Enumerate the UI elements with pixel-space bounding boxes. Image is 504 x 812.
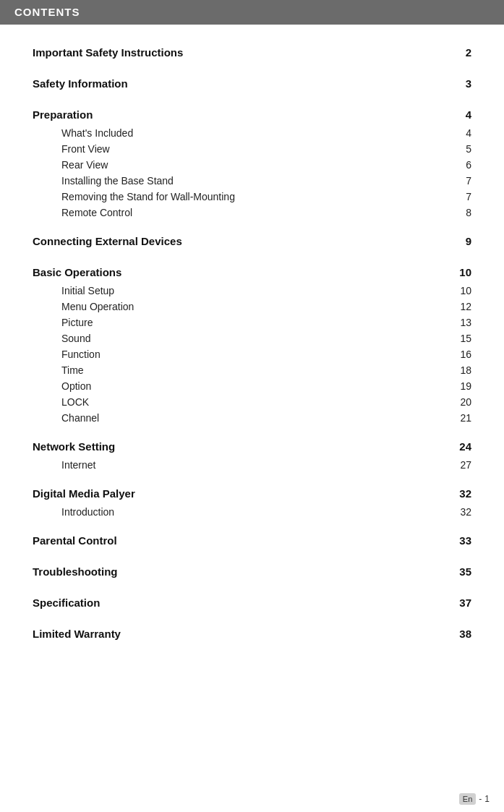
toc-sub-entry: Sound15 (33, 330, 471, 346)
toc-main-title: Network Setting (33, 440, 115, 453)
toc-section: Troubleshooting35 (33, 558, 471, 582)
toc-main-title: Specification (33, 597, 100, 609)
toc-main-title: Safety Information (33, 77, 128, 90)
toc-main-page: 10 (450, 266, 471, 278)
toc-sub-entry: Installing the Base Stand7 (33, 173, 471, 189)
toc-sub-entry: Option19 (33, 378, 471, 394)
toc-main-page: 35 (450, 565, 471, 578)
toc-sub-page: 7 (450, 191, 471, 202)
toc-main-title: Preparation (33, 108, 93, 121)
toc-sub-entry: Time18 (33, 362, 471, 378)
toc-main-title: Troubleshooting (33, 565, 118, 578)
toc-sub-page: 18 (450, 364, 471, 376)
header-bar: CONTENTS (0, 0, 504, 25)
toc-section: Limited Warranty38 (33, 620, 471, 644)
toc-sub-entry: Channel21 (33, 410, 471, 426)
toc-sub-entry: Internet27 (33, 457, 471, 473)
toc-sub-entry: Rear View6 (33, 157, 471, 173)
toc-sub-page: 4 (450, 127, 471, 139)
toc-sub-page: 8 (450, 207, 471, 218)
toc-sub-title: What's Included (61, 127, 133, 139)
footer: En - 1 (459, 793, 490, 805)
toc-sub-title: Picture (61, 317, 93, 328)
toc-sub-page: 15 (450, 333, 471, 344)
toc-section: Preparation4What's Included4Front View5R… (33, 101, 471, 221)
toc-sub-page: 16 (450, 349, 471, 360)
toc-sub-page: 7 (450, 175, 471, 187)
toc-main-page: 32 (450, 487, 471, 500)
toc-sub-entry: Removing the Stand for Wall-Mounting7 (33, 189, 471, 205)
toc-sub-entry: Introduction32 (33, 504, 471, 520)
toc-main-page: 38 (450, 628, 471, 640)
toc-sub-page: 27 (450, 459, 471, 471)
toc-section: Parental Control33 (33, 527, 471, 551)
toc-section: Safety Information3 (33, 70, 471, 94)
toc-sub-title: Internet (61, 459, 95, 471)
toc-main-page: 24 (450, 440, 471, 453)
toc-main-title: Limited Warranty (33, 628, 121, 640)
toc-sub-page: 6 (450, 159, 471, 171)
toc-main-entry: Limited Warranty38 (33, 620, 471, 644)
toc-main-title: Digital Media Palyer (33, 487, 135, 500)
footer-page: 1 (484, 794, 490, 804)
toc-main-entry: Parental Control33 (33, 527, 471, 551)
toc-main-entry: Important Safety Instructions2 (33, 39, 471, 63)
lang-badge: En (459, 793, 476, 805)
toc-main-entry: Specification37 (33, 589, 471, 613)
toc-sub-page: 20 (450, 396, 471, 408)
toc-sub-entry: What's Included4 (33, 125, 471, 141)
toc-sub-title: Channel (61, 412, 99, 424)
toc-section: Network Setting24Internet27 (33, 433, 471, 473)
toc-sub-title: Installing the Base Stand (61, 175, 174, 187)
toc-main-entry: Safety Information3 (33, 70, 471, 94)
toc-sub-page: 10 (450, 285, 471, 296)
toc-main-page: 2 (450, 46, 471, 59)
toc-main-title: Important Safety Instructions (33, 46, 183, 59)
toc-main-page: 3 (450, 77, 471, 90)
toc-main-page: 4 (450, 108, 471, 121)
toc-main-entry: Basic Operations10 (33, 259, 471, 283)
toc-main-title: Basic Operations (33, 266, 121, 278)
toc-sub-title: Time (61, 364, 84, 376)
toc-sub-page: 5 (450, 143, 471, 155)
header-title: CONTENTS (14, 6, 80, 18)
toc-main-entry: Digital Media Palyer32 (33, 480, 471, 504)
toc-sub-entry: Picture13 (33, 315, 471, 330)
toc-section: Connecting External Devices9 (33, 228, 471, 252)
toc-sub-title: Menu Operation (61, 301, 134, 312)
toc-sub-title: Function (61, 349, 101, 360)
toc-sub-page: 13 (450, 317, 471, 328)
toc-sub-entry: Function16 (33, 346, 471, 362)
toc-sub-title: Front View (61, 143, 110, 155)
toc-sub-page: 21 (450, 412, 471, 424)
toc-main-page: 9 (450, 235, 471, 247)
footer-separator: - (479, 794, 482, 804)
toc-section: Digital Media Palyer32Introduction32 (33, 480, 471, 520)
toc-main-entry: Network Setting24 (33, 433, 471, 457)
toc-sub-title: Option (61, 380, 91, 392)
toc-sub-title: Removing the Stand for Wall-Mounting (61, 191, 235, 202)
toc-sub-page: 12 (450, 301, 471, 312)
toc-main-title: Connecting External Devices (33, 235, 182, 247)
toc-sub-entry: Menu Operation12 (33, 299, 471, 315)
toc-section: Specification37 (33, 589, 471, 613)
toc-main-page: 33 (450, 534, 471, 547)
toc-sub-entry: Front View5 (33, 141, 471, 157)
toc-sub-page: 32 (450, 506, 471, 518)
content-area: Important Safety Instructions2Safety Inf… (0, 25, 504, 695)
toc-section: Important Safety Instructions2 (33, 39, 471, 63)
toc-sub-title: Initial Setup (61, 285, 114, 296)
toc-main-entry: Preparation4 (33, 101, 471, 125)
toc-sub-title: Sound (61, 333, 90, 344)
toc-main-title: Parental Control (33, 534, 117, 547)
toc-sub-page: 19 (450, 380, 471, 392)
toc-sub-title: Remote Control (61, 207, 132, 218)
toc-sub-entry: LOCK20 (33, 394, 471, 410)
toc-sub-title: Rear View (61, 159, 108, 171)
toc-sub-entry: Initial Setup10 (33, 283, 471, 299)
toc-main-page: 37 (450, 597, 471, 609)
toc-main-entry: Troubleshooting35 (33, 558, 471, 582)
toc-sub-entry: Remote Control8 (33, 205, 471, 221)
toc-sub-title: LOCK (61, 396, 89, 408)
toc-sub-title: Introduction (61, 506, 114, 518)
